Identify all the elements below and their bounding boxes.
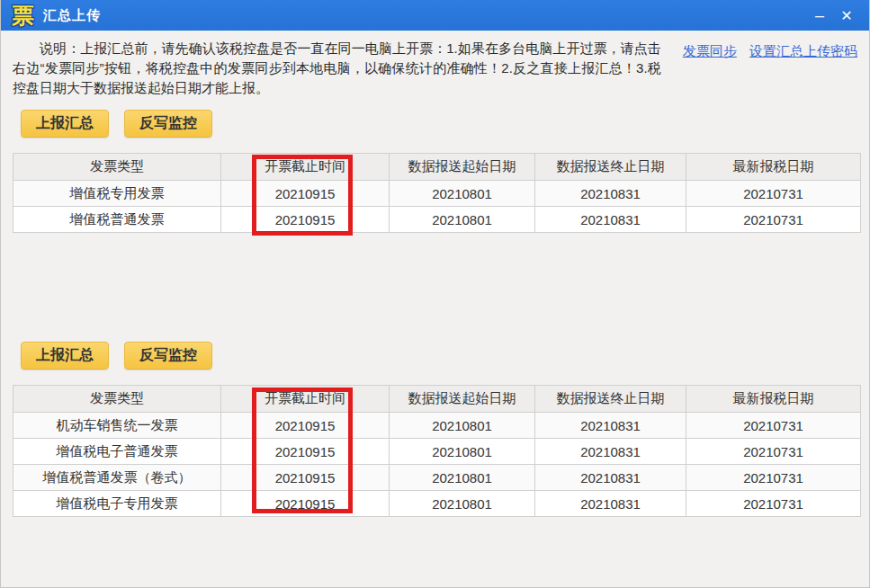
invoice-table-1: 发票类型开票截止时间数据报送起始日期数据报送终止日期最新报税日期增值税专用发票2… [13,153,861,233]
invoice-type-cell: 增值税电子普通发票 [13,439,221,465]
invoice-table-2: 发票类型开票截止时间数据报送起始日期数据报送终止日期最新报税日期机动车销售统一发… [13,385,861,517]
column-header: 开票截止时间 [221,386,390,413]
notice-section: 发票同步 设置汇总上传密码 说明：上报汇总前，请先确认该税控盘是否一直在同一电脑… [1,31,869,98]
set-upload-password-link[interactable]: 设置汇总上传密码 [749,43,857,58]
date-cell: 20210915 [221,413,390,439]
minimize-button[interactable]: – [806,4,833,27]
date-cell: 20210915 [221,181,390,207]
invoice-type-cell: 增值税专用发票 [13,181,221,207]
action-buttons-section-1: 上报汇总 反写监控 [1,110,869,138]
rewrite-monitor-button-1[interactable]: 反写监控 [124,110,212,138]
date-cell: 20210801 [390,465,535,491]
invoice-sync-link[interactable]: 发票同步 [683,43,737,58]
table-row: 机动车销售统一发票2021091520210801202108312021073… [13,413,861,439]
date-cell: 20210801 [390,413,535,439]
date-cell: 20210731 [686,413,861,439]
date-cell: 20210831 [535,181,686,207]
date-cell: 20210801 [390,491,535,517]
summary-upload-window: { "window": { "title": "汇总上传", "icon_gly… [0,0,870,588]
date-cell: 20210801 [390,181,535,207]
date-cell: 20210731 [686,491,861,517]
column-header: 最新报税日期 [686,154,861,181]
table-row: 增值税专用发票20210915202108012021083120210731 [13,181,861,207]
column-header: 开票截止时间 [221,154,390,181]
column-header: 数据报送起始日期 [390,386,535,413]
table-row: 增值税电子专用发票2021091520210801202108312021073… [13,491,861,517]
date-cell: 20210801 [390,207,535,233]
date-cell: 20210915 [221,439,390,465]
date-cell: 20210831 [535,491,686,517]
report-summary-button-1[interactable]: 上报汇总 [21,110,109,138]
header-row: 发票类型开票截止时间数据报送起始日期数据报送终止日期最新报税日期 [13,386,861,413]
column-header: 数据报送终止日期 [535,386,686,413]
date-cell: 20210915 [221,491,390,517]
date-cell: 20210801 [390,439,535,465]
date-cell: 20210831 [535,465,686,491]
invoice-ticket-icon: 票 [12,4,34,27]
invoice-type-cell: 机动车销售统一发票 [13,413,221,439]
window-controls: – ✕ [806,4,860,27]
column-header: 数据报送起始日期 [390,154,535,181]
report-summary-button-2[interactable]: 上报汇总 [21,342,109,370]
table-row: 增值税普通发票20210915202108012021083120210731 [13,207,861,233]
table-row: 增值税电子普通发票2021091520210801202108312021073… [13,439,861,465]
titlebar: 票 汇总上传 – ✕ [1,0,869,31]
invoice-type-cell: 增值税普通发票 [13,207,221,233]
invoice-table-2-wrap: 发票类型开票截止时间数据报送起始日期数据报送终止日期最新报税日期机动车销售统一发… [13,385,860,517]
date-cell: 20210915 [221,465,390,491]
table-row: 增值税普通发票（卷式）20210915202108012021083120210… [13,465,861,491]
invoice-table-1-wrap: 发票类型开票截止时间数据报送起始日期数据报送终止日期最新报税日期增值税专用发票2… [13,153,860,233]
header-row: 发票类型开票截止时间数据报送起始日期数据报送终止日期最新报税日期 [13,154,861,181]
window-title: 汇总上传 [43,7,101,24]
column-header: 最新报税日期 [686,386,861,413]
date-cell: 20210831 [535,413,686,439]
invoice-type-cell: 增值税电子专用发票 [13,491,221,517]
column-header: 发票类型 [13,386,221,413]
invoice-type-cell: 增值税普通发票（卷式） [13,465,221,491]
date-cell: 20210831 [535,439,686,465]
close-button[interactable]: ✕ [833,4,860,27]
date-cell: 20210831 [535,207,686,233]
date-cell: 20210915 [221,207,390,233]
column-header: 发票类型 [13,154,221,181]
date-cell: 20210731 [686,207,861,233]
notice-links: 发票同步 设置汇总上传密码 [674,41,857,61]
date-cell: 20210731 [686,465,861,491]
column-header: 数据报送终止日期 [535,154,686,181]
action-buttons-section-2: 上报汇总 反写监控 [1,342,869,370]
date-cell: 20210731 [686,439,861,465]
rewrite-monitor-button-2[interactable]: 反写监控 [124,342,212,370]
date-cell: 20210731 [686,181,861,207]
